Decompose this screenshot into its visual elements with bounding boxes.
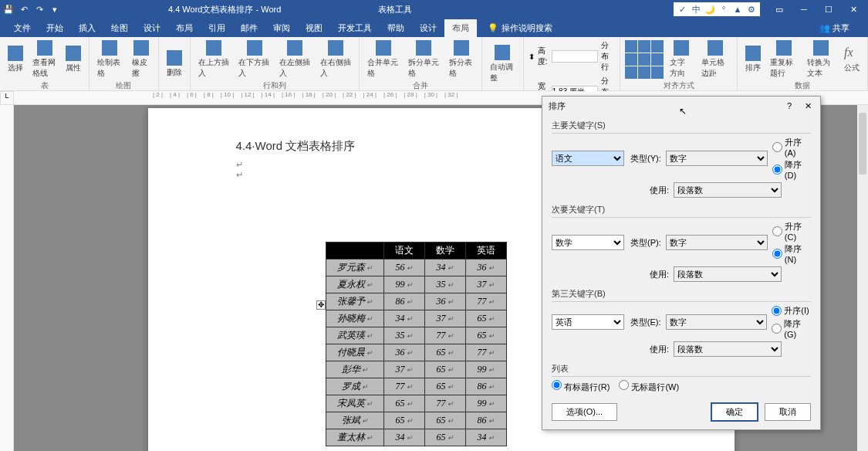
table-cell[interactable]: 34↵ [465, 429, 506, 446]
table-cell[interactable]: 36↵ [383, 344, 424, 361]
tertiary-field-select[interactable]: 英语 [552, 314, 624, 330]
sort-button[interactable]: 排序 [742, 44, 764, 75]
table-cell[interactable]: 34↵ [383, 310, 424, 327]
tab-layout[interactable]: 布局 [168, 19, 201, 37]
align-mr-icon[interactable] [651, 53, 664, 66]
tab-file[interactable]: 文件 [6, 19, 39, 37]
view-gridlines-button[interactable]: 查看网格线 [29, 39, 59, 80]
properties-button[interactable]: 属性 [62, 44, 84, 75]
table-cell[interactable]: 77↵ [424, 395, 465, 412]
align-tl-icon[interactable] [625, 40, 637, 53]
insert-above-button[interactable]: 在上方插入 [195, 39, 233, 80]
align-tr-icon[interactable] [651, 40, 664, 53]
tab-table-design[interactable]: 设计 [412, 19, 444, 37]
ribbon-options-icon[interactable]: ▭ [768, 1, 791, 18]
table-cell[interactable]: 孙晓梅↵ [326, 310, 383, 327]
save-icon[interactable]: 💾 [3, 4, 14, 15]
tab-draw[interactable]: 绘图 [103, 19, 136, 37]
table-cell[interactable]: 99↵ [383, 276, 424, 293]
align-bc-icon[interactable] [638, 66, 650, 79]
ok-button[interactable]: 确定 [711, 402, 758, 422]
align-mc-icon[interactable] [638, 53, 650, 66]
scrollbar-thumb[interactable] [859, 113, 866, 175]
table-row[interactable]: 张馨予↵86↵36↵77↵ [326, 293, 506, 310]
table-cell[interactable]: 夏永权↵ [326, 276, 383, 293]
table-cell[interactable]: 35↵ [383, 327, 424, 344]
share-button[interactable]: 👥 共享 [813, 19, 856, 37]
repeat-header-button[interactable]: 重复标题行 [767, 39, 801, 80]
table-cell[interactable]: 36↵ [424, 293, 465, 310]
table-row[interactable]: 罗元森↵56↵34↵36↵ [326, 259, 506, 276]
tab-design[interactable]: 设计 [136, 19, 168, 37]
primary-desc-radio[interactable]: 降序(D) [772, 159, 811, 180]
table-cell[interactable]: 86↵ [383, 293, 424, 310]
align-ml-icon[interactable] [625, 53, 637, 66]
table-cell[interactable]: 65↵ [424, 412, 465, 429]
table-row[interactable]: 彭华↵37↵65↵99↵ [326, 361, 506, 378]
redo-icon[interactable]: ↷ [34, 4, 45, 15]
ime-badges[interactable]: ✓中🌙°▲⚙ [674, 2, 760, 16]
ruler-vertical[interactable] [0, 105, 14, 451]
table-cell[interactable]: 65↵ [424, 361, 465, 378]
close-icon[interactable]: ✕ [802, 100, 814, 112]
table-cell[interactable]: 罗成↵ [326, 378, 383, 395]
tab-table-layout[interactable]: 布局 [444, 19, 477, 37]
table-cell[interactable]: 77↵ [465, 344, 506, 361]
table-cell[interactable]: 65↵ [424, 378, 465, 395]
table-cell[interactable]: 34↵ [424, 259, 465, 276]
dist-rows-button[interactable]: 分布行 [601, 40, 615, 73]
table-cell[interactable]: 65↵ [383, 395, 424, 412]
primary-field-select[interactable]: 语文 [552, 151, 624, 166]
convert-text-button[interactable]: 转换为文本 [804, 39, 838, 80]
has-header-radio[interactable]: 有标题行(R) [552, 380, 610, 393]
secondary-desc-radio[interactable]: 降序(N) [772, 243, 811, 264]
primary-type-select[interactable]: 数字 [666, 151, 768, 166]
table-cell[interactable]: 65↵ [424, 429, 465, 446]
table-cell[interactable]: 77↵ [383, 378, 424, 395]
table-row[interactable]: 宋凤英↵65↵77↵99↵ [326, 395, 506, 412]
table-cell[interactable]: 董太林↵ [326, 429, 383, 446]
tab-mailings[interactable]: 邮件 [233, 19, 265, 37]
align-br-icon[interactable] [651, 66, 664, 79]
table-cell[interactable]: 65↵ [424, 344, 465, 361]
table-cell[interactable]: 34↵ [383, 429, 424, 446]
data-table[interactable]: 语文数学英语罗元森↵56↵34↵36↵夏永权↵99↵35↵37↵张馨予↵86↵3… [326, 242, 507, 446]
table-cell[interactable]: 宋凤英↵ [326, 395, 383, 412]
text-direction-button[interactable]: 文字方向 [667, 39, 695, 80]
secondary-field-select[interactable]: 数学 [552, 235, 624, 250]
cancel-button[interactable]: 取消 [765, 403, 811, 421]
vertical-scrollbar[interactable] [857, 105, 868, 451]
table-cell[interactable]: 武英瑛↵ [326, 327, 383, 344]
align-bl-icon[interactable] [625, 66, 637, 79]
tertiary-type-select[interactable]: 数字 [666, 314, 768, 330]
align-tc-icon[interactable] [638, 40, 650, 53]
formula-button[interactable]: fx公式 [841, 44, 863, 75]
table-cell[interactable]: 99↵ [465, 395, 506, 412]
primary-use-select[interactable]: 段落数 [674, 182, 782, 198]
table-cell[interactable]: 65↵ [465, 310, 506, 327]
table-cell[interactable]: 35↵ [424, 276, 465, 293]
secondary-use-select[interactable]: 段落数 [674, 266, 782, 282]
secondary-type-select[interactable]: 数字 [666, 235, 768, 250]
table-row[interactable]: 孙晓梅↵34↵37↵65↵ [326, 310, 506, 327]
table-cell[interactable]: 罗元森↵ [326, 259, 383, 276]
table-cell[interactable]: 36↵ [465, 259, 506, 276]
tab-view[interactable]: 视图 [298, 19, 330, 37]
tab-developer[interactable]: 开发工具 [330, 19, 380, 37]
tertiary-use-select[interactable]: 段落数 [674, 341, 782, 357]
undo-icon[interactable]: ↶ [19, 4, 29, 15]
primary-asc-radio[interactable]: 升序(A) [772, 137, 811, 158]
tab-review[interactable]: 审阅 [265, 19, 298, 37]
tab-help[interactable]: 帮助 [380, 19, 412, 37]
select-button[interactable]: 选择 [5, 44, 26, 75]
table-move-handle[interactable]: ✥ [316, 300, 326, 310]
table-row[interactable]: 武英瑛↵35↵77↵65↵ [326, 327, 506, 344]
table-cell[interactable]: 37↵ [383, 361, 424, 378]
table-cell[interactable]: 86↵ [465, 412, 506, 429]
customize-qat-icon[interactable]: ▾ [49, 4, 60, 15]
eraser-button[interactable]: 橡皮擦 [129, 39, 154, 80]
table-cell[interactable]: 77↵ [424, 327, 465, 344]
tertiary-desc-radio[interactable]: 降序(G) [772, 318, 811, 339]
table-row[interactable]: 夏永权↵99↵35↵37↵ [326, 276, 506, 293]
tell-me-search[interactable]: 💡 操作说明搜索 [485, 19, 556, 37]
